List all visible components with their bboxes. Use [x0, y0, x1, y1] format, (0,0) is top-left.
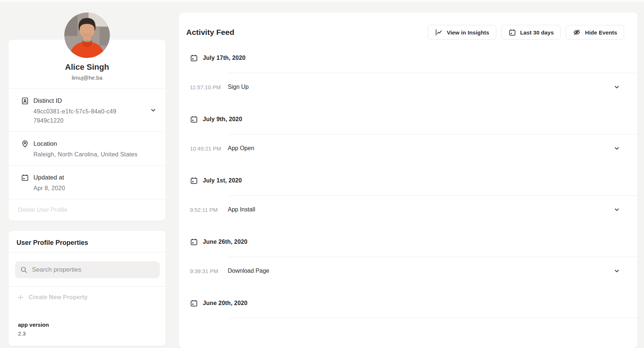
search-icon: [20, 266, 32, 273]
delete-user-profile-button[interactable]: Delete User Profile: [8, 199, 166, 221]
top-strip: [0, 0, 644, 2]
field-label: Location: [33, 139, 137, 148]
calendar-icon: [190, 299, 203, 307]
property-value: 2.3: [18, 330, 156, 337]
event-row[interactable]: 9:52:11 PM App Install: [179, 196, 637, 224]
event-group: June 26th, 2020 9:39:31 PM Download Page: [179, 237, 637, 285]
search-box[interactable]: [15, 261, 160, 278]
event-time: 11:57:10 PM: [190, 84, 228, 90]
calendar-icon: [190, 177, 203, 185]
feed-actions: View in Insights Last 30 days: [428, 25, 624, 40]
search-properties-input[interactable]: [32, 266, 155, 273]
divider: [228, 318, 637, 318]
calendar-icon: [190, 115, 203, 123]
page: Alice Singh limuj@he.ba Distinct ID 49cc…: [0, 0, 644, 348]
event-name: Sign Up: [228, 84, 249, 90]
event-group: July 17th, 2020 11:57:10 PM Sign Up: [179, 53, 637, 101]
location-pin-icon: [21, 140, 29, 148]
create-new-property-label: Create New Property: [29, 294, 87, 301]
property-row-app-version[interactable]: app version 2.3: [8, 308, 166, 346]
date-label: July 17th, 2020: [203, 55, 245, 61]
feed-header: Activity Feed View in Insights: [179, 12, 637, 40]
date-header: July 1st, 2020: [190, 175, 626, 186]
updated-at-value: Apr 8, 2020: [33, 184, 65, 193]
date-label: July 1st, 2020: [203, 177, 242, 184]
date-label: July 9th, 2020: [203, 116, 242, 123]
date-label: June 26th, 2020: [203, 239, 248, 245]
event-row[interactable]: 10:45:21 PM App Open: [179, 134, 637, 162]
profile-card: Alice Singh limuj@he.ba Distinct ID 49cc…: [8, 40, 166, 221]
page-title: Activity Feed: [186, 25, 234, 40]
date-header: July 9th, 2020: [190, 114, 626, 124]
avatar: [64, 12, 110, 58]
distinct-id-value: 49cc0381-e1fc-57c5-84a0-c497949c1220: [33, 107, 117, 125]
plus-icon: [17, 294, 29, 301]
create-new-property-button[interactable]: Create New Property: [8, 287, 166, 308]
date-range-button[interactable]: Last 30 days: [501, 25, 561, 40]
eye-off-icon: [573, 28, 585, 36]
date-header: June 26th, 2020: [190, 237, 626, 247]
event-row[interactable]: 11:57:10 PM Sign Up: [179, 73, 637, 101]
properties-title: User Profile Properties: [8, 231, 166, 253]
field-label: Distinct ID: [33, 97, 117, 105]
property-name: app version: [18, 321, 156, 329]
profile-name: Alice Singh: [8, 62, 166, 72]
id-badge-icon: [21, 97, 29, 105]
calendar-icon: [21, 174, 29, 182]
event-group: June 20th, 2020: [179, 298, 637, 318]
field-location: Location Raleigh, North Carolina, United…: [8, 131, 166, 165]
field-distinct-id: Distinct ID 49cc0381-e1fc-57c5-84a0-c497…: [8, 88, 166, 131]
date-label: June 20th, 2020: [203, 300, 248, 307]
event-name: App Open: [228, 145, 254, 152]
field-updated-at: Updated at Apr 8, 2020: [8, 165, 166, 199]
event-row[interactable]: 9:39:31 PM Download Page: [179, 257, 637, 285]
event-time: 10:45:21 PM: [190, 145, 228, 152]
chevron-down-icon[interactable]: [150, 107, 156, 113]
user-profile-properties-card: User Profile Properties: [8, 231, 166, 346]
event-name: Download Page: [228, 268, 269, 274]
event-time: 9:52:11 PM: [190, 207, 228, 213]
chevron-down-icon[interactable]: [614, 268, 620, 274]
event-group: July 1st, 2020 9:52:11 PM App Install: [179, 175, 637, 224]
chevron-down-icon[interactable]: [614, 207, 620, 213]
search-section: [8, 253, 166, 287]
profile-email: limuj@he.ba: [8, 74, 166, 81]
event-group: July 9th, 2020 10:45:21 PM App Open: [179, 114, 637, 162]
button-label: Last 30 days: [520, 29, 554, 36]
event-time: 9:39:31 PM: [190, 268, 228, 274]
insights-chart-icon: [435, 28, 447, 36]
activity-feed-panel: Activity Feed View in Insights: [179, 12, 637, 348]
location-value: Raleigh, North Carolina, United States: [33, 150, 137, 159]
button-label: Hide Events: [585, 29, 617, 36]
profile-sidebar: Alice Singh limuj@he.ba Distinct ID 49cc…: [8, 0, 166, 346]
chevron-down-icon[interactable]: [614, 84, 620, 90]
calendar-icon: [190, 238, 203, 246]
date-header: July 17th, 2020: [190, 53, 626, 63]
chevron-down-icon[interactable]: [614, 145, 620, 151]
hide-events-button[interactable]: Hide Events: [566, 25, 624, 40]
calendar-icon: [508, 29, 520, 36]
calendar-icon: [190, 54, 203, 62]
field-label: Updated at: [33, 173, 65, 182]
date-header: June 20th, 2020: [190, 298, 626, 308]
button-label: View in Insights: [447, 29, 489, 36]
event-name: App Install: [228, 206, 255, 213]
view-in-insights-button[interactable]: View in Insights: [428, 25, 496, 40]
